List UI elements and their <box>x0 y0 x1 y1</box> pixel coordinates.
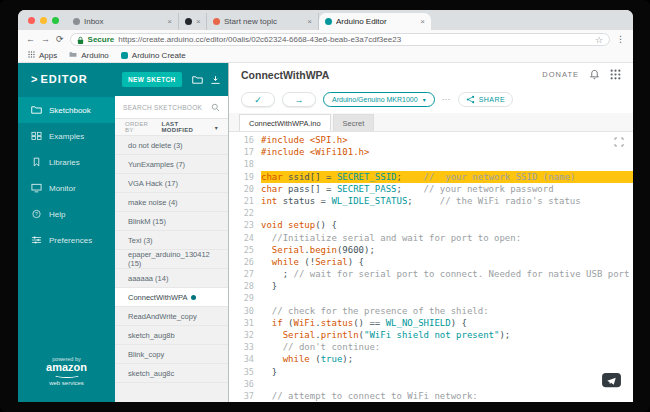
sketch-item[interactable]: YunExamples (7) <box>115 155 228 174</box>
code-text: void setup() { <box>261 219 633 231</box>
sketch-item[interactable]: ConnectWithWPA <box>115 288 228 307</box>
tab-close-icon[interactable]: × <box>307 17 312 26</box>
sketch-item[interactable]: Texi (3) <box>115 231 228 250</box>
line-number: 16 <box>229 134 261 146</box>
code-line[interactable]: 32 Serial.println("WiFi shield not prese… <box>229 329 633 341</box>
import-icon[interactable] <box>210 75 221 85</box>
browser-tab[interactable]: × <box>179 13 207 30</box>
header-actions: DONATE <box>542 69 621 80</box>
browser-menu-icon[interactable]: ⋮ <box>616 35 625 44</box>
code-line[interactable]: 25 Serial.begin(9600); <box>229 244 633 256</box>
fullscreen-icon[interactable] <box>614 137 624 147</box>
sidebar-item-sketchbook[interactable]: Sketchbook <box>18 97 115 123</box>
code-editor[interactable]: 16#include <SPI.h>17#include <WiFi101.h>… <box>229 132 633 402</box>
window-controls <box>24 10 67 30</box>
feedback-chat-icon[interactable] <box>602 373 621 390</box>
line-number: 25 <box>229 244 261 256</box>
browser-tab-start-new-topic[interactable]: Start new topic× <box>207 13 319 30</box>
order-by-control[interactable]: ORDER BY LAST MODIFIED ▾ <box>115 119 228 136</box>
sketch-item[interactable]: Blink_copy <box>115 345 228 364</box>
aws-sub: web services <box>18 380 115 386</box>
share-button[interactable]: SHARE <box>458 92 514 107</box>
code-line[interactable]: 31 if (WiFi.status() == WL_NO_SHIELD) { <box>229 317 633 329</box>
upload-button[interactable]: → <box>282 92 316 107</box>
board-selector-label: Arduino/Genuino MKR1000 <box>332 96 418 103</box>
code-line[interactable]: 24 //Initialize serial and wait for port… <box>229 232 633 244</box>
sketch-item[interactable]: BlinkM (15) <box>115 212 228 231</box>
bookmark-folder-arduino[interactable]: Arduino <box>69 51 109 60</box>
code-line[interactable]: 23void setup() { <box>229 219 633 231</box>
code-text <box>261 158 633 170</box>
tab-close-icon[interactable]: × <box>196 17 201 26</box>
browser-tab-arduino-editor[interactable]: Arduino Editor× <box>319 13 431 30</box>
new-sketch-button[interactable]: NEW SKETCH <box>122 72 182 87</box>
code-line[interactable]: 16#include <SPI.h> <box>229 134 633 146</box>
bookmark-star-icon[interactable]: ☆ <box>595 35 603 45</box>
search-icon[interactable] <box>211 98 220 116</box>
code-line[interactable]: 21int status = WL_IDLE_STATUS; // the Wi… <box>229 195 633 207</box>
code-line[interactable]: 37 // attempt to connect to WiFi network… <box>229 390 633 402</box>
close-window-button[interactable] <box>28 17 35 24</box>
sketch-item-label: sketch_aug8c <box>128 369 174 378</box>
sketch-item[interactable]: VGA Hack (17) <box>115 174 228 193</box>
sidebar-item-monitor[interactable]: Monitor <box>18 175 115 201</box>
sidebar-item-label: Preferences <box>49 236 92 245</box>
line-number: 19 <box>229 171 261 183</box>
minimize-window-button[interactable] <box>40 17 47 24</box>
code-line[interactable]: 17#include <WiFi101.h> <box>229 146 633 158</box>
sketchbook-panel: NEW SKETCH ORDER BY LAST MODIFIED ▾ do n… <box>115 63 229 402</box>
tab-secret[interactable]: Secret <box>333 114 375 131</box>
sketch-item[interactable]: do not delete (3) <box>115 136 228 155</box>
code-line[interactable]: 36 <box>229 378 633 390</box>
address-bar[interactable]: Secure https://create.arduino.cc/editor/… <box>70 33 610 46</box>
sidebar-item-libraries[interactable]: Libraries <box>18 149 115 175</box>
sidebar-item-help[interactable]: ?Help <box>18 201 115 227</box>
code-line[interactable]: 29 <box>229 292 633 304</box>
code-line[interactable]: 35 } <box>229 366 633 378</box>
verify-button[interactable]: ✓ <box>241 92 275 107</box>
board-selector[interactable]: Arduino/Genuino MKR1000 ▾ <box>323 92 435 107</box>
forward-icon[interactable]: → <box>41 35 50 44</box>
sketch-item[interactable]: make noise (4) <box>115 193 228 212</box>
code-line[interactable]: 19char ssid[] = SECRET_SSID; // your net… <box>229 171 633 183</box>
apps-grid-icon[interactable] <box>610 69 621 80</box>
board-menu-button[interactable]: ⋯ <box>442 95 451 104</box>
browser-tab-inbox[interactable]: Inbox× <box>67 13 179 30</box>
preferences-sliders-icon <box>31 235 42 245</box>
sketch-item[interactable]: ReadAndWrite_copy <box>115 307 228 326</box>
share-label: SHARE <box>479 96 506 103</box>
tab-close-icon[interactable]: × <box>420 17 425 26</box>
sketch-item[interactable]: epaper_arduino_130412 (15) <box>115 250 228 269</box>
sketch-item[interactable]: aaaaaa (14) <box>115 269 228 288</box>
donate-link[interactable]: DONATE <box>542 70 579 79</box>
new-folder-icon[interactable] <box>192 75 203 85</box>
tab-connectwithwpa-ino[interactable]: ConnectWithWPA.ino <box>239 114 331 131</box>
code-text: int status = WL_IDLE_STATUS; // the WiFi… <box>261 195 633 207</box>
code-line[interactable]: 33 // don't continue: <box>229 341 633 353</box>
code-line[interactable]: 26 while (!Serial) { <box>229 256 633 268</box>
maximize-window-button[interactable] <box>52 17 59 24</box>
sidebar-item-examples[interactable]: Examples <box>18 123 115 149</box>
bookmark-apps[interactable]: Apps <box>28 51 57 60</box>
reload-icon[interactable]: ⟳ <box>56 35 64 44</box>
search-input[interactable] <box>123 104 207 111</box>
code-text: // check for the presence of the shield: <box>261 305 633 317</box>
code-line[interactable]: 18 <box>229 158 633 170</box>
code-line[interactable]: 20char pass[] = SECRET_PASS; // your net… <box>229 183 633 195</box>
bookmark-arduino-create[interactable]: Arduino Create <box>121 51 186 60</box>
sketch-item[interactable]: sketch_aug8c <box>115 364 228 383</box>
sketch-item[interactable]: sketch_aug8b <box>115 326 228 345</box>
code-line[interactable]: 27 ; // wait for serial port to connect.… <box>229 268 633 280</box>
back-icon[interactable]: ← <box>26 35 35 44</box>
tab-close-icon[interactable]: × <box>167 17 172 26</box>
main-sidebar: >EDITOR SketchbookExamplesLibrariesMonit… <box>18 63 115 402</box>
code-line[interactable]: 34 while (true); <box>229 353 633 365</box>
code-lines: 16#include <SPI.h>17#include <WiFi101.h>… <box>229 134 633 402</box>
code-line[interactable]: 30 // check for the presence of the shie… <box>229 305 633 317</box>
code-line[interactable]: 28 } <box>229 280 633 292</box>
sketch-item-label: Blink_copy <box>128 350 164 359</box>
code-line[interactable]: 22 <box>229 207 633 219</box>
bell-icon[interactable] <box>589 69 600 80</box>
code-text: char pass[] = SECRET_PASS; // your netwo… <box>261 183 633 195</box>
sidebar-item-preferences[interactable]: Preferences <box>18 227 115 253</box>
